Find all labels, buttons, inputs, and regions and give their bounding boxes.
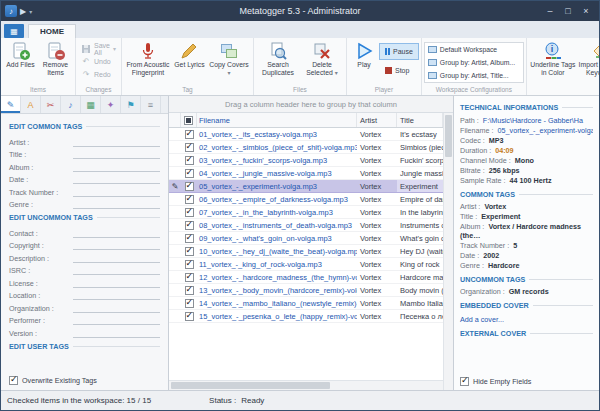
filename-link[interactable]: 13_vortex_-_body_movin_(hardcore_remix)-… (197, 286, 357, 295)
group-by-drop-zone[interactable]: Drag a column header here to group by th… (169, 96, 453, 113)
import-tags-keywords-button[interactable]: Import Tags as Keywords (577, 39, 600, 77)
column-header-title[interactable]: Title (397, 113, 443, 127)
filename-link[interactable]: 07_vortex_-_in_the_labyrinth-volga.mp3 (197, 208, 357, 217)
filename-link[interactable]: 06_vortex_-_empire_of_darkness-volga.mp3 (197, 195, 357, 204)
filename-link[interactable]: 04_vortex_-_jungle_massive-volga.mp3 (197, 169, 357, 178)
tool-tab[interactable]: ⚑ (121, 96, 141, 113)
tag-field-input[interactable] (73, 254, 160, 263)
qat-dropdown-icon[interactable]: ▾ (29, 8, 32, 15)
filename-link[interactable]: 01_vortex_-_its_ecstasy-volga.mp3 (197, 130, 357, 139)
file-row[interactable]: 10_vortex_-_hey_dj_(waite_the_beat)-volg… (169, 245, 443, 258)
select-all-checkbox[interactable] (181, 113, 197, 127)
play-button[interactable]: Play (349, 39, 379, 69)
file-row[interactable]: 08_vortex_-_instruments_of_death-volga.m… (169, 219, 443, 232)
filename-link[interactable]: 11_vortex_-_king_of_rock-volga.mp3 (197, 260, 357, 269)
tag-field-input[interactable] (73, 163, 160, 172)
remove-items-button[interactable]: Remove Items (38, 39, 73, 77)
tag-field-input[interactable] (73, 266, 160, 275)
tag-field-input[interactable] (73, 316, 160, 325)
stop-button[interactable]: Stop (379, 62, 419, 79)
file-row[interactable]: 02_vortex_-_simbios_(piece_of_shit)-volg… (169, 141, 443, 154)
file-row[interactable]: 13_vortex_-_body_movin_(hardcore_remix)-… (169, 284, 443, 297)
save-all-button[interactable]: Save All ▾ (78, 42, 119, 55)
tag-field-input[interactable] (73, 200, 160, 209)
file-row[interactable]: 01_vortex_-_its_ecstasy-volga.mp3 Vortex… (169, 128, 443, 141)
undo-button[interactable]: ↶ Undo (78, 55, 114, 68)
close-button[interactable]: × (577, 4, 595, 19)
tag-field-input[interactable] (73, 150, 160, 159)
filename-link[interactable]: 02_vortex_-_simbios_(piece_of_shit)-volg… (197, 143, 357, 152)
workspace-config-item[interactable]: Group by: Artist, Album... (425, 56, 523, 69)
tag-field-input[interactable] (73, 188, 160, 197)
filename-link[interactable]: 03_vortex_-_fuckin'_scorps-volga.mp3 (197, 156, 357, 165)
delete-selected-button[interactable]: Delete Selected ▾ (300, 39, 344, 77)
tool-tab[interactable]: ▦ (81, 96, 101, 113)
underline-tags-button[interactable]: i Underline Tags in Color (529, 39, 577, 77)
file-row[interactable]: 03_vortex_-_fuckin'_scorps-volga.mp3 Vor… (169, 154, 443, 167)
row-checkbox[interactable] (185, 299, 194, 308)
maximize-button[interactable]: □ (559, 4, 577, 19)
row-checkbox[interactable] (185, 143, 194, 152)
add-files-button[interactable]: Add Files (3, 39, 38, 69)
hide-empty-fields-checkbox[interactable] (460, 377, 469, 386)
row-checkbox[interactable] (185, 286, 194, 295)
copy-covers-button[interactable]: Copy Covers ▾ (207, 39, 251, 77)
redo-button[interactable]: ↷ Redo (78, 68, 114, 81)
tag-field-input[interactable] (73, 241, 160, 250)
file-row[interactable]: 07_vortex_-_in_the_labyrinth-volga.mp3 V… (169, 206, 443, 219)
tool-tab[interactable]: ✦ (101, 96, 121, 113)
overwrite-existing-tags-checkbox[interactable] (9, 376, 18, 385)
filename-link[interactable]: 12_vortex_-_hardcore_madness_(the_hymn)-… (197, 273, 357, 282)
row-checkbox[interactable] (185, 312, 194, 321)
filename-link[interactable]: 08_vortex_-_instruments_of_death-volga.m… (197, 221, 357, 230)
workspace-config-item[interactable]: Default Workspace (425, 43, 523, 56)
tag-field-input[interactable] (73, 329, 160, 338)
file-row[interactable]: 14_vortex_-_mambo_italiano_(newstyle_rem… (169, 297, 443, 310)
tag-field-input[interactable] (73, 279, 160, 288)
tool-tab[interactable]: A (21, 96, 41, 113)
tag-field-input[interactable] (73, 175, 160, 184)
tab-home[interactable]: HOME (28, 24, 76, 38)
tag-field-input[interactable] (73, 138, 160, 147)
path-link[interactable]: F:\Music\Hardcore - Gabber\Ha (483, 116, 583, 125)
tag-field-input[interactable] (73, 229, 160, 238)
row-checkbox[interactable] (185, 234, 194, 243)
tag-field-input[interactable] (73, 304, 160, 313)
file-row[interactable]: 11_vortex_-_king_of_rock-volga.mp3 Vorte… (169, 258, 443, 271)
tool-tab[interactable]: ♪ (61, 96, 81, 113)
filename-link[interactable]: 14_vortex_-_mambo_italiano_(newstyle_rem… (197, 299, 357, 308)
file-row[interactable]: 05_vortex_-_experiment-volga.mp3 Vortex … (169, 180, 443, 193)
workspace-config-item[interactable]: Group by: Artist, Title... (425, 69, 523, 82)
tool-tab[interactable]: ✂ (41, 96, 61, 113)
get-lyrics-button[interactable]: Get Lyrics (172, 39, 207, 69)
pause-button[interactable]: Pause (379, 43, 419, 60)
qat-play-icon[interactable]: ▶ (20, 7, 26, 16)
filename-link[interactable]: 05_vortex_-_experiment-volga.mp3 (498, 126, 593, 135)
filename-link[interactable]: 15_vortex_-_pesenka_o_lete_(happy_remix)… (197, 312, 357, 321)
search-duplicates-button[interactable]: Search Duplicates (256, 39, 300, 77)
horizontal-scrollbar[interactable] (169, 380, 443, 390)
horizontal-scrollbar-thumb[interactable] (171, 382, 330, 389)
row-checkbox[interactable] (185, 156, 194, 165)
column-header-artist[interactable]: Artist (357, 113, 397, 127)
row-checkbox[interactable] (185, 208, 194, 217)
add-cover-link[interactable]: Add a cover... (460, 315, 593, 324)
file-row[interactable]: 12_vortex_-_hardcore_madness_(the_hymn)-… (169, 271, 443, 284)
file-row[interactable]: 06_vortex_-_empire_of_darkness-volga.mp3… (169, 193, 443, 206)
minimize-button[interactable]: – (541, 4, 559, 19)
vertical-scrollbar[interactable] (443, 113, 453, 390)
vertical-scrollbar-thumb[interactable] (445, 115, 452, 157)
row-checkbox[interactable] (185, 260, 194, 269)
row-checkbox[interactable] (185, 247, 194, 256)
app-icon[interactable]: ♪ (5, 5, 17, 17)
filename-link[interactable]: 05_vortex_-_experiment-volga.mp3 (197, 182, 357, 191)
row-checkbox[interactable] (185, 169, 194, 178)
file-row[interactable]: 15_vortex_-_pesenka_o_lete_(happy_remix)… (169, 310, 443, 323)
file-row[interactable]: 09_vortex_-_what's_goin_on-volga.mp3 Vor… (169, 232, 443, 245)
filename-link[interactable]: 09_vortex_-_what's_goin_on-volga.mp3 (197, 234, 357, 243)
column-header-filename[interactable]: Filename (197, 113, 357, 127)
row-checkbox[interactable] (185, 273, 194, 282)
row-checkbox[interactable] (185, 221, 194, 230)
filename-link[interactable]: 10_vortex_-_hey_dj_(waite_the_beat)-volg… (197, 247, 357, 256)
application-menu-button[interactable]: ▦ (4, 24, 24, 38)
